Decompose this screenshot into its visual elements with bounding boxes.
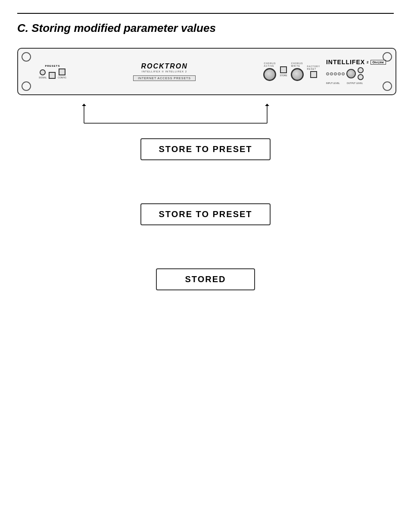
panel-btn-2 xyxy=(59,68,65,75)
store-to-preset-1-container: STORE TO PRESET xyxy=(17,138,394,160)
brand-name: ROCKTRON xyxy=(141,62,187,70)
sub-brand: INTELLIFEX II INTELLIFEX 2 xyxy=(142,70,187,73)
store-label: STORE xyxy=(280,74,287,77)
internet-label: INTERNET ACCESS PRESETS xyxy=(133,75,196,81)
panel-corner-bl xyxy=(22,81,31,91)
panel-dots xyxy=(326,72,345,75)
panel-corner-tr xyxy=(383,52,392,62)
top-divider xyxy=(17,13,394,14)
spacer-2 xyxy=(17,234,394,260)
svg-marker-4 xyxy=(265,104,269,106)
panel-corner-tl xyxy=(22,52,31,62)
store-to-preset-2-container: STORE TO PRESET xyxy=(17,203,394,225)
panel-signal-knob xyxy=(40,69,46,75)
config-label: CONFIG xyxy=(58,76,66,79)
panel-brand-section: ROCKTRON INTELLIFEX II INTELLIFEX 2 INTE… xyxy=(73,62,256,81)
stored-display: STORED xyxy=(156,268,255,290)
factory-label: FACTORYRESET xyxy=(307,65,320,70)
stored-container: STORED xyxy=(17,268,394,290)
svg-marker-3 xyxy=(82,104,86,106)
store-to-preset-2[interactable]: STORE TO PRESET xyxy=(140,203,270,225)
panel-corner-br xyxy=(383,81,392,91)
panel-right-knob xyxy=(346,69,356,78)
panel-right-knob-sm2 xyxy=(358,74,364,80)
panel-right-knob-sm1 xyxy=(358,67,364,73)
panel-chorus-write-knob xyxy=(291,68,304,81)
panel-factory-btn xyxy=(310,71,317,78)
intellifex-logo: INTELLIFEX xyxy=(326,59,365,65)
chorus-label: CHORUSACTIVE xyxy=(264,62,276,67)
input-level-label: INPUT LEVEL xyxy=(326,82,340,84)
online-badge: On-Line xyxy=(371,60,386,65)
page-container: C. Storing modified parameter values PRE… xyxy=(0,0,411,532)
presets-label: PRESETS xyxy=(45,65,60,67)
signal-label: SIGNAL xyxy=(39,76,47,79)
panel-btn-1 xyxy=(49,72,56,79)
page-title: C. Storing modified parameter values xyxy=(17,22,394,35)
spacer-1 xyxy=(17,169,394,195)
device-panel: PRESETS SIGNAL CONFIG ROCKTRON INTELLIFE… xyxy=(17,48,396,95)
panel-store-btn xyxy=(280,66,287,73)
chorus-write-label: CHORUSWRITE xyxy=(291,62,303,67)
arrow-svg-1 xyxy=(17,104,396,130)
store-to-preset-1[interactable]: STORE TO PRESET xyxy=(140,138,270,160)
output-level-label: OUTPUT LEVEL xyxy=(347,82,363,84)
panel-chorus-knob xyxy=(263,68,276,81)
